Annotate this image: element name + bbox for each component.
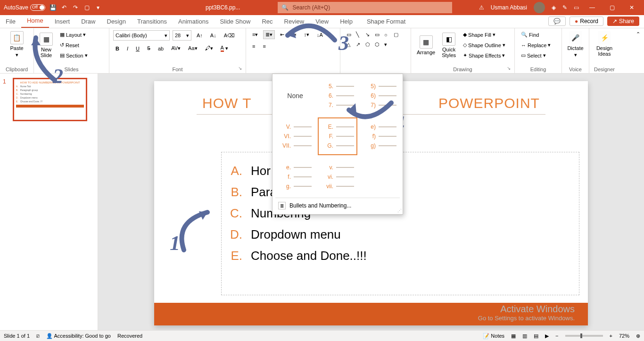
fit-to-window-button[interactable]: ⊕: [636, 333, 640, 339]
line-spacing-button[interactable]: ↕▾: [301, 30, 312, 39]
ribbon-display-icon[interactable]: ▭: [574, 4, 579, 11]
tab-design[interactable]: Design: [101, 15, 132, 28]
present-icon[interactable]: ▢: [83, 4, 91, 11]
design-ideas-button[interactable]: ⚡Design Ideas: [593, 30, 616, 58]
tab-transitions[interactable]: Transitions: [132, 15, 173, 28]
zoom-out-button[interactable]: −: [555, 333, 558, 339]
shape-arrow[interactable]: ↘: [363, 30, 372, 39]
numbering-style-2[interactable]: 5) 6) 7): [360, 77, 400, 115]
italic-button[interactable]: I: [124, 44, 131, 53]
highlight-button[interactable]: 🖍▾: [203, 44, 215, 53]
arrange-button[interactable]: ▦Arrange: [415, 34, 437, 56]
select-button[interactable]: ▭ Select ▾: [519, 51, 558, 60]
shape-outline-button[interactable]: ◇ Shape Outline ▾: [461, 41, 508, 50]
change-case-button[interactable]: Aa▾: [186, 44, 199, 53]
user-avatar[interactable]: [534, 2, 545, 13]
sorter-view-button[interactable]: ▥: [522, 333, 527, 339]
zoom-slider[interactable]: [565, 335, 603, 337]
record-button[interactable]: ●Record: [570, 17, 603, 26]
shape-line[interactable]: ╲: [354, 30, 362, 39]
tab-home[interactable]: Home: [21, 14, 49, 28]
align-left-button[interactable]: ≡: [250, 42, 257, 50]
tab-review[interactable]: Review: [279, 15, 310, 28]
dictate-button[interactable]: 🎤Dictate▾: [566, 30, 585, 59]
align-center-button[interactable]: ≡: [260, 42, 268, 50]
shape-more4[interactable]: ⬡: [372, 40, 381, 49]
numbering-style-7[interactable]: v. vi. vii.: [318, 158, 357, 196]
redo-icon[interactable]: ↷: [72, 4, 79, 11]
increase-indent-button[interactable]: ⇥: [289, 30, 298, 39]
tab-slideshow[interactable]: Slide Show: [214, 15, 256, 28]
paste-button[interactable]: 📋 Paste ▾: [4, 30, 30, 59]
new-slide-button[interactable]: ▦ New Slide: [38, 32, 55, 59]
font-dialog-icon[interactable]: ↘: [238, 66, 244, 71]
numbering-style-3[interactable]: V. VI. VII.: [275, 117, 315, 155]
slide-thumbnail-1[interactable]: 1 HOW TO ADD NUMBERING IN POWERPOINT A.H…: [5, 78, 93, 121]
underline-button[interactable]: U: [133, 44, 142, 53]
tab-draw[interactable]: Draw: [75, 15, 101, 28]
shapes-gallery-expand[interactable]: ▾: [382, 40, 390, 49]
bullets-button[interactable]: ≡▾: [250, 30, 260, 39]
tab-view[interactable]: View: [310, 15, 334, 28]
autosave-toggle[interactable]: AutoSave Off: [4, 4, 45, 11]
numbering-style-5[interactable]: e) f) g): [360, 117, 400, 155]
bullets-and-numbering-menu[interactable]: ≣ Bullets and Numbering...: [275, 198, 400, 211]
quick-styles-button[interactable]: ◧Quick Styles: [440, 32, 458, 59]
font-color-button[interactable]: A▾: [218, 43, 231, 53]
undo-icon[interactable]: ↶: [60, 4, 68, 11]
reading-view-button[interactable]: ▤: [534, 333, 538, 339]
shape-oval[interactable]: ○: [382, 30, 390, 39]
collapse-ribbon-icon[interactable]: ⌃: [636, 31, 640, 70]
reset-button[interactable]: ↺ Reset: [58, 41, 90, 50]
pen-icon[interactable]: ✎: [562, 4, 567, 11]
numbering-none[interactable]: None: [275, 77, 315, 115]
tab-file[interactable]: File: [0, 15, 21, 28]
language-icon[interactable]: ⎚: [36, 333, 40, 339]
user-name[interactable]: Usman Abbasi: [491, 4, 527, 11]
shape-more3[interactable]: ⬠: [363, 40, 372, 49]
numbering-style-6[interactable]: e. f. g.: [275, 158, 315, 196]
tab-record[interactable]: Rec: [256, 15, 278, 28]
strike-button[interactable]: S̶: [145, 44, 153, 53]
diamond-icon[interactable]: ◈: [552, 4, 556, 11]
shape-effects-button[interactable]: ✦ Shape Effects ▾: [461, 51, 508, 60]
decrease-font-button[interactable]: A↓: [208, 31, 219, 40]
shape-roundrect[interactable]: ▢: [391, 30, 400, 39]
char-spacing-button[interactable]: AV▾: [169, 44, 183, 53]
comments-button[interactable]: 💬: [548, 17, 566, 26]
font-name-combo[interactable]: Calibri (Body)▾: [113, 30, 170, 41]
shape-fill-button[interactable]: ◆ Shape Fill ▾: [461, 30, 508, 39]
shadow-button[interactable]: ab: [156, 44, 166, 53]
layout-button[interactable]: ▦ Layout ▾: [58, 30, 90, 39]
warning-icon[interactable]: ⚠: [479, 4, 484, 11]
font-size-combo[interactable]: 28▾: [173, 30, 191, 41]
notes-button[interactable]: 📝 Notes: [483, 333, 504, 339]
text-direction-button[interactable]: ↓A: [314, 31, 325, 39]
tab-animations[interactable]: Animations: [173, 15, 214, 28]
minimize-button[interactable]: —: [586, 4, 599, 11]
tab-insert[interactable]: Insert: [49, 15, 76, 28]
shape-more2[interactable]: ↗: [354, 40, 362, 49]
accessibility-status[interactable]: 👤 Accessibility: Good to go: [46, 333, 111, 339]
shape-rect[interactable]: ▭: [372, 30, 381, 39]
drawing-dialog-icon[interactable]: ↘: [507, 66, 512, 71]
maximize-button[interactable]: ▢: [605, 4, 619, 11]
zoom-level[interactable]: 72%: [619, 333, 629, 339]
increase-font-button[interactable]: A↑: [194, 31, 205, 40]
numbering-style-1[interactable]: 5. 6. 7.: [318, 77, 357, 115]
tab-help[interactable]: Help: [334, 15, 358, 28]
share-button[interactable]: ↗ Share: [607, 17, 639, 26]
slideshow-view-button[interactable]: ▶: [545, 333, 549, 339]
slide-counter[interactable]: Slide 1 of 1: [4, 333, 30, 339]
bold-button[interactable]: B: [113, 44, 122, 53]
close-button[interactable]: ✕: [625, 4, 638, 11]
search-box[interactable]: 🔍 Search (Alt+Q): [278, 2, 452, 13]
customize-qat-icon[interactable]: ▾: [94, 4, 102, 11]
decrease-indent-button[interactable]: ⇤: [278, 30, 287, 39]
tab-shape-format[interactable]: Shape Format: [361, 15, 411, 28]
replace-button[interactable]: ↔ Replace ▾: [519, 41, 558, 50]
normal-view-button[interactable]: ▦: [511, 333, 516, 339]
resize-handle[interactable]: ⋰: [397, 208, 402, 213]
thumbnail-panel[interactable]: 1 HOW TO ADD NUMBERING IN POWERPOINT A.H…: [0, 74, 98, 330]
section-button[interactable]: ▤ Section ▾: [58, 51, 90, 60]
